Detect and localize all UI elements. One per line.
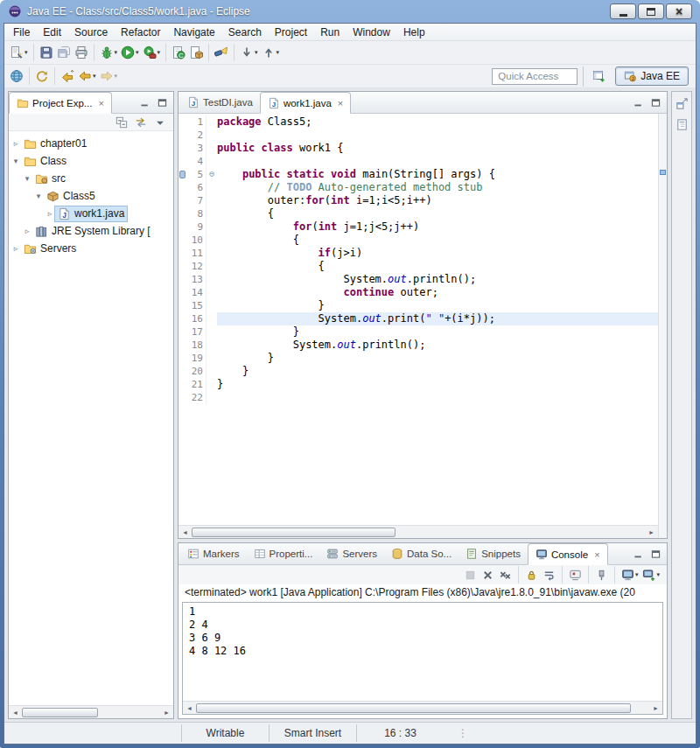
external-tools-button[interactable]: ▾ bbox=[141, 44, 163, 61]
code-text[interactable]: } bbox=[217, 378, 658, 391]
save-all-button[interactable] bbox=[55, 44, 73, 61]
remove-launch-button[interactable] bbox=[480, 567, 496, 584]
marker-column[interactable] bbox=[178, 325, 186, 339]
editor-tab-testdi-java[interactable]: JTestDI.java bbox=[180, 92, 260, 113]
code-text[interactable]: System.out.println(); bbox=[217, 339, 658, 352]
code-text[interactable]: public class work1 { bbox=[217, 142, 658, 155]
restore-views-button[interactable] bbox=[674, 95, 690, 111]
code-text[interactable]: { bbox=[217, 234, 658, 247]
show-console-button[interactable]: ▾ bbox=[620, 567, 640, 584]
dropdown-caret-icon[interactable]: ▾ bbox=[136, 49, 139, 56]
scrollbar-track[interactable] bbox=[192, 527, 645, 538]
maximize-button[interactable] bbox=[638, 3, 664, 19]
scrollbar-track[interactable] bbox=[22, 707, 160, 718]
tree-collapse-arrow[interactable]: ▾ bbox=[33, 192, 44, 200]
scroll-left-arrow[interactable]: ◄ bbox=[183, 705, 196, 711]
quick-access-input[interactable]: Quick Access bbox=[492, 68, 578, 85]
code-text[interactable]: public static void main(String[] args) { bbox=[217, 168, 658, 181]
code-text[interactable]: if(j>i) bbox=[217, 247, 658, 260]
code-text[interactable] bbox=[217, 391, 658, 404]
new-wizard-button[interactable]: ▾ bbox=[8, 44, 30, 61]
menu-file[interactable]: File bbox=[7, 24, 36, 40]
clear-console-button[interactable] bbox=[567, 567, 584, 584]
close-tab-icon[interactable]: × bbox=[594, 549, 599, 560]
console-hscrollbar[interactable]: ◄ ► bbox=[183, 701, 662, 714]
run-button[interactable]: ▾ bbox=[119, 44, 141, 61]
view-tab-data-so[interactable]: Data So... bbox=[384, 543, 458, 564]
pin-console-button[interactable] bbox=[593, 567, 610, 584]
minimize-button[interactable] bbox=[610, 3, 636, 19]
dropdown-caret-icon[interactable]: ▾ bbox=[635, 571, 639, 578]
maximize-console-button[interactable] bbox=[648, 546, 663, 562]
scroll-lock-button[interactable] bbox=[523, 567, 540, 584]
dropdown-caret-icon[interactable]: ▾ bbox=[255, 49, 258, 56]
code-editor[interactable]: 1package Class5;23public class work1 {45… bbox=[178, 114, 658, 525]
terminate-button[interactable] bbox=[462, 567, 479, 584]
code-text[interactable] bbox=[217, 155, 658, 168]
code-text[interactable]: } bbox=[217, 365, 658, 378]
tree-item-src[interactable]: ▾src bbox=[9, 170, 173, 187]
fold-collapse-icon[interactable]: ⊖ bbox=[206, 168, 217, 181]
code-text[interactable]: { bbox=[217, 207, 658, 220]
save-button[interactable] bbox=[38, 44, 55, 61]
tree-item-servers[interactable]: ▹Servers bbox=[9, 240, 173, 257]
overview-ruler[interactable] bbox=[658, 114, 667, 538]
marker-column[interactable] bbox=[178, 299, 186, 312]
prev-annotation-button[interactable]: ▾ bbox=[260, 44, 282, 61]
tree-item-chapter01[interactable]: ▹chapter01 bbox=[9, 135, 173, 152]
menu-help[interactable]: Help bbox=[397, 24, 431, 40]
open-console-button[interactable]: ▾ bbox=[640, 567, 662, 584]
scroll-left-arrow[interactable]: ◄ bbox=[178, 529, 192, 535]
close-button[interactable]: × bbox=[666, 3, 692, 19]
marker-column[interactable] bbox=[178, 247, 186, 260]
maximize-editor-button[interactable] bbox=[648, 94, 663, 110]
dropdown-caret-icon[interactable]: ▾ bbox=[93, 73, 96, 80]
view-tab-servers[interactable]: Servers bbox=[319, 543, 384, 564]
code-text[interactable]: } bbox=[217, 352, 658, 365]
code-text[interactable]: System.out.print(" "+(i*j)); bbox=[217, 312, 658, 325]
close-view-icon[interactable]: × bbox=[98, 98, 103, 108]
dropdown-caret-icon[interactable]: ▾ bbox=[115, 49, 118, 56]
marker-column[interactable] bbox=[178, 339, 186, 352]
marker-column[interactable] bbox=[178, 312, 186, 325]
tree-item-class[interactable]: ▾Class bbox=[9, 152, 173, 170]
scrollbar-thumb[interactable] bbox=[22, 708, 98, 717]
view-tab-snippets[interactable]: Snippets bbox=[458, 543, 528, 564]
tree-item-class5[interactable]: ▾Class5 bbox=[9, 187, 173, 205]
minimize-view-button[interactable] bbox=[136, 94, 152, 110]
marker-column[interactable] bbox=[178, 365, 186, 378]
marker-column[interactable] bbox=[178, 129, 186, 142]
new-class-button[interactable]: C bbox=[170, 44, 187, 61]
dropdown-caret-icon[interactable]: ▾ bbox=[24, 49, 28, 56]
tree-expand-arrow[interactable]: ▹ bbox=[45, 209, 55, 218]
word-wrap-button[interactable] bbox=[541, 567, 557, 584]
code-text[interactable]: for(int j=1;j<5;j++) bbox=[217, 220, 658, 234]
view-tab-properti[interactable]: Properti... bbox=[247, 543, 320, 564]
scrollbar-track[interactable] bbox=[196, 703, 649, 714]
tree-expand-arrow[interactable]: ▹ bbox=[22, 227, 32, 235]
dropdown-caret-icon[interactable]: ▾ bbox=[276, 49, 280, 56]
marker-column[interactable] bbox=[178, 142, 186, 155]
marker-column[interactable] bbox=[178, 194, 186, 207]
menu-edit[interactable]: Edit bbox=[37, 24, 67, 40]
dropdown-caret-icon[interactable]: ▾ bbox=[656, 571, 660, 578]
tree-collapse-arrow[interactable]: ▾ bbox=[22, 174, 32, 183]
view-menu-button[interactable] bbox=[152, 115, 168, 130]
marker-column[interactable] bbox=[178, 181, 186, 194]
web-browser-button[interactable] bbox=[8, 67, 25, 85]
menu-navigate[interactable]: Navigate bbox=[167, 24, 220, 40]
collapse-all-button[interactable] bbox=[114, 115, 130, 130]
tree-item-work1-java[interactable]: ▹Jwork1.java bbox=[9, 205, 173, 222]
code-text[interactable]: package Class5; bbox=[217, 115, 658, 129]
marker-column[interactable] bbox=[178, 273, 186, 286]
code-text[interactable]: } bbox=[217, 325, 658, 339]
marker-column[interactable] bbox=[178, 168, 186, 181]
code-text[interactable]: outer:for(int i=1;i<5;i++) bbox=[217, 194, 658, 207]
code-text[interactable]: // TODO Auto-generated method stub bbox=[217, 181, 658, 194]
scroll-left-arrow[interactable]: ◄ bbox=[9, 710, 22, 716]
last-edit-button[interactable] bbox=[59, 67, 76, 85]
menu-refactor[interactable]: Refactor bbox=[115, 24, 166, 40]
scroll-right-arrow[interactable]: ► bbox=[160, 710, 173, 716]
menu-project[interactable]: Project bbox=[269, 24, 313, 40]
close-tab-icon[interactable]: × bbox=[338, 98, 343, 108]
